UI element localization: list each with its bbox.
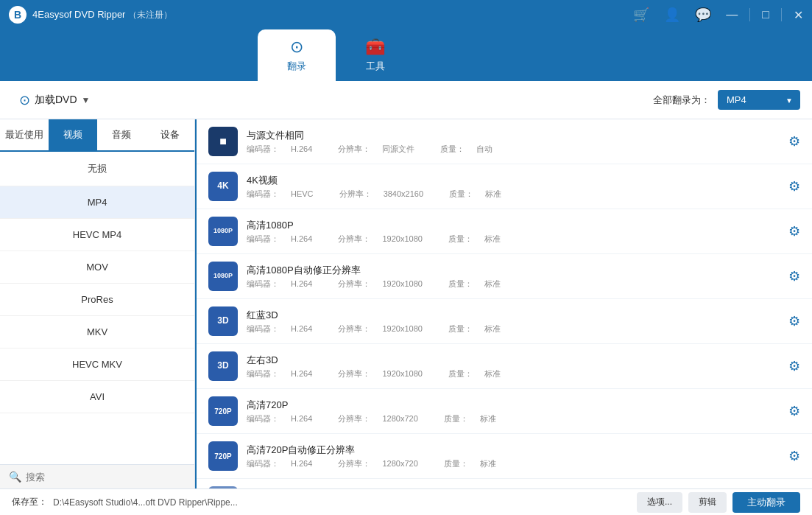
preset-details-4k: 编码器：HEVC 分辨率：3840x2160 质量：标准 [247, 189, 780, 200]
format-item-avi[interactable]: AVI [0, 381, 194, 413]
options-button[interactable]: 选项... [637, 492, 682, 513]
format-item-mov[interactable]: MOV [0, 251, 194, 284]
format-select[interactable]: MP4 MKV MOV AVI HEVC MP4 HEVC MKV ProRes [718, 90, 800, 110]
preset-info-720p: 高清720P 编码器：H.264 分辨率：1280x720 质量：标准 [247, 399, 780, 424]
preset-info-4k: 4K视频 编码器：HEVC 分辨率：3840x2160 质量：标准 [247, 174, 780, 200]
preset-info-1080p-auto: 高清1080P自动修正分辨率 编码器：H.264 分辨率：1920x1080 质… [247, 264, 780, 290]
preset-details-3d-lr: 编码器：H.264 分辨率：1920x1080 质量：标准 [247, 368, 780, 379]
toolbar-right: 全部翻录为： MP4 MKV MOV AVI HEVC MP4 HEVC MKV… [653, 90, 800, 110]
preset-settings-icon-0[interactable]: ⚙ [788, 133, 800, 150]
preset-name-4k: 4K视频 [247, 174, 780, 187]
tab-tools-icon: 🧰 [365, 38, 385, 57]
format-item-hevc-mp4[interactable]: HEVC MP4 [0, 219, 194, 251]
close-button[interactable]: ✕ [794, 8, 803, 22]
encoder-label-0: 编码器：H.264 [247, 144, 324, 153]
preset-icon-4k: 4K [208, 172, 238, 201]
preset-name-source: 与源文件相同 [247, 129, 780, 142]
load-dvd-button[interactable]: ⊙ 加载DVD ▼ [12, 88, 97, 113]
app-logo: B [9, 6, 27, 24]
preset-name-720p: 高清720P [247, 399, 780, 412]
preset-settings-icon-3[interactable]: ⚙ [788, 268, 800, 284]
search-input[interactable] [26, 472, 186, 483]
res-label-0: 分辨率：同源文件 [338, 144, 426, 153]
tab-tools[interactable]: 🧰 工具 [336, 29, 414, 81]
search-bar: 🔍 [0, 464, 194, 488]
preset-icon-1080p: 1080P [208, 217, 238, 246]
tab-rip[interactable]: ⊙ 翻录 [258, 29, 336, 81]
save-path: D:\4Easysoft Studio\4...oft DVD Ripper\R… [53, 497, 631, 508]
preset-icon-3d-rb: 3D [208, 306, 238, 336]
preset-details-3d-rb: 编码器：H.264 分辨率：1920x1080 质量：标准 [247, 323, 780, 334]
preset-settings-icon-7[interactable]: ⚙ [788, 448, 800, 464]
window-controls: — □ ✕ [726, 8, 803, 22]
logo-letter: B [14, 9, 21, 21]
rip-button[interactable]: 主动翻录 [732, 492, 800, 513]
preset-row-720p-auto[interactable]: 720P 高清720P自动修正分辨率 编码器：H.264 分辨率：1280x72… [197, 434, 812, 479]
maximize-button[interactable]: □ [762, 8, 769, 21]
app-title: 4Easysof DVD Ripper（未注册） [32, 9, 633, 21]
preset-icon-source: ■ [208, 127, 238, 156]
format-item-hevc-mkv[interactable]: HEVC MKV [0, 348, 194, 381]
preset-name-1080p: 高清1080P [247, 219, 780, 232]
tab-bar: ⊙ 翻录 🧰 工具 [0, 29, 812, 81]
panel-tab-audio[interactable]: 音频 [97, 119, 146, 152]
panel-tab-strip: 最近使用 视频 音频 设备 [0, 119, 194, 152]
convert-all-label: 全部翻录为： [653, 94, 710, 107]
panel-tab-device[interactable]: 设备 [146, 119, 194, 152]
main-area: 最近使用 视频 音频 设备 无损 MP4 HEVC MP4 [0, 119, 812, 488]
preset-name-3d-lr: 左右3D [247, 354, 780, 367]
preset-icon-720p: 720P [208, 396, 238, 426]
preset-info-source: 与源文件相同 编码器：H.264 分辨率：同源文件 质量：自动 [247, 129, 780, 155]
preset-name-720p-auto: 高清720P自动修正分辨率 [247, 444, 780, 457]
preset-row-4k[interactable]: 4K 4K视频 编码器：HEVC 分辨率：3840x2160 质量：标准 ⚙ [197, 164, 812, 209]
minimize-button[interactable]: — [726, 8, 738, 21]
preset-icon-1080p-auto: 1080P [208, 262, 238, 291]
preset-settings-icon-6[interactable]: ⚙ [788, 403, 800, 419]
format-select-wrap: MP4 MKV MOV AVI HEVC MP4 HEVC MKV ProRes [718, 90, 800, 110]
preset-row-3d-lr[interactable]: 3D 左右3D 编码器：H.264 分辨率：1920x1080 质量：标准 ⚙ [197, 344, 812, 389]
preset-details-1080p: 编码器：H.264 分辨率：1920x1080 质量：标准 [247, 234, 780, 245]
preset-row-720p[interactable]: 720P 高清720P 编码器：H.264 分辨率：1280x720 质量：标准… [197, 389, 812, 434]
clip-button[interactable]: 剪辑 [688, 492, 727, 513]
format-item-mkv[interactable]: MKV [0, 316, 194, 348]
preset-row-source[interactable]: ■ 与源文件相同 编码器：H.264 分辨率：同源文件 质量：自动 ⚙ [197, 119, 812, 164]
quality-label-0: 质量：自动 [440, 144, 504, 153]
titlebar: B 4Easysof DVD Ripper（未注册） 🛒 👤 💬 — □ ✕ [0, 0, 812, 29]
preset-name-1080p-auto: 高清1080P自动修正分辨率 [247, 264, 780, 277]
preset-info-1080p: 高清1080P 编码器：H.264 分辨率：1920x1080 质量：标准 [247, 219, 780, 245]
search-icon: 🔍 [9, 471, 21, 483]
preset-info-3d-lr: 左右3D 编码器：H.264 分辨率：1920x1080 质量：标准 [247, 354, 780, 379]
load-dvd-dropdown-arrow: ▼ [82, 95, 91, 105]
preset-panel: ■ 与源文件相同 编码器：H.264 分辨率：同源文件 质量：自动 ⚙ 4K 4… [195, 119, 812, 488]
preset-settings-icon-4[interactable]: ⚙ [788, 313, 800, 329]
save-label: 保存至： [12, 496, 47, 508]
format-item-prores[interactable]: ProRes [0, 284, 194, 316]
format-item-lossless[interactable]: 无损 [0, 152, 194, 186]
preset-row-640p[interactable]: 640P 640P [197, 479, 812, 488]
preset-settings-icon-5[interactable]: ⚙ [788, 358, 800, 374]
bottom-buttons: 选项... 剪辑 主动翻录 [637, 492, 800, 513]
msg-icon[interactable]: 💬 [695, 7, 711, 23]
format-panel: 最近使用 视频 音频 设备 无损 MP4 HEVC MP4 [0, 119, 195, 488]
preset-settings-icon-1[interactable]: ⚙ [788, 178, 800, 195]
preset-details-720p: 编码器：H.264 分辨率：1280x720 质量：标准 [247, 413, 780, 424]
tab-rip-label: 翻录 [287, 60, 306, 73]
preset-name-3d-rb: 红蓝3D [247, 309, 780, 322]
user-icon[interactable]: 👤 [664, 7, 680, 23]
statusbar: 保存至： D:\4Easysoft Studio\4...oft DVD Rip… [0, 488, 812, 515]
preset-row-3d-rb[interactable]: 3D 红蓝3D 编码器：H.264 分辨率：1920x1080 质量：标准 ⚙ [197, 299, 812, 344]
preset-icon-720p-auto: 720P [208, 441, 238, 471]
preset-row-1080p[interactable]: 1080P 高清1080P 编码器：H.264 分辨率：1920x1080 质量… [197, 209, 812, 254]
cart-icon[interactable]: 🛒 [633, 7, 649, 23]
preset-icon-3d-lr: 3D [208, 351, 238, 381]
panel-tab-recent[interactable]: 最近使用 [0, 119, 49, 152]
load-dvd-icon: ⊙ [19, 92, 30, 108]
format-item-mp4[interactable]: MP4 [0, 186, 194, 219]
preset-info-720p-auto: 高清720P自动修正分辨率 编码器：H.264 分辨率：1280x720 质量：… [247, 444, 780, 469]
tab-rip-icon: ⊙ [290, 38, 303, 57]
preset-settings-icon-2[interactable]: ⚙ [788, 223, 800, 239]
panel-tab-video[interactable]: 视频 [49, 119, 97, 152]
preset-row-1080p-auto[interactable]: 1080P 高清1080P自动修正分辨率 编码器：H.264 分辨率：1920x… [197, 254, 812, 299]
preset-details-720p-auto: 编码器：H.264 分辨率：1280x720 质量：标准 [247, 458, 780, 469]
tab-tools-label: 工具 [366, 60, 385, 73]
